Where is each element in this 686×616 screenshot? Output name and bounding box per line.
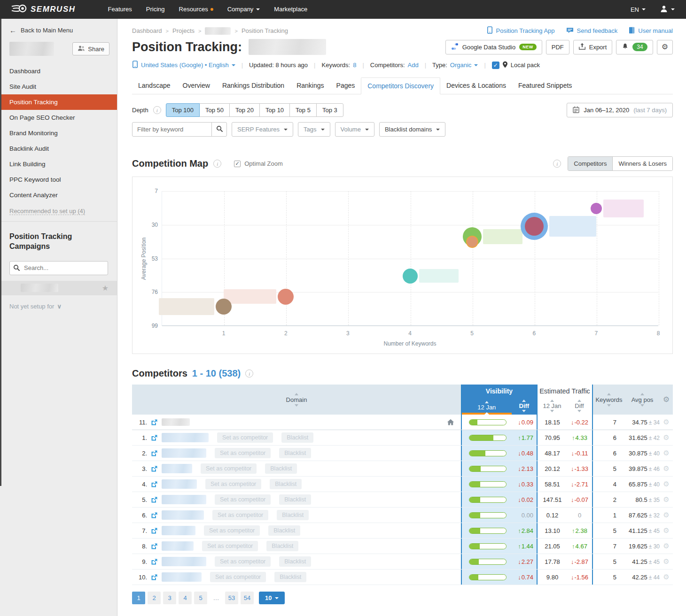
- breadcrumb-item[interactable]: Projects: [172, 27, 195, 34]
- location-selector[interactable]: United States (Google) • English: [132, 61, 235, 69]
- row-settings-button[interactable]: ⚙: [660, 434, 673, 441]
- top-nav-item-marketplace[interactable]: Marketplace: [267, 0, 314, 19]
- tab-landscape[interactable]: Landscape: [132, 77, 177, 94]
- set-as-competitor-button[interactable]: Set as competitor: [215, 556, 271, 567]
- optimal-zoom-toggle[interactable]: ✓ Optimal Zoom: [234, 160, 283, 167]
- back-to-main-menu[interactable]: ← Back to Main Menu: [0, 19, 117, 38]
- row-settings-button[interactable]: ⚙: [660, 527, 673, 534]
- set-as-competitor-button[interactable]: Set as competitor: [212, 510, 268, 520]
- campaign-list-item[interactable]: ★: [0, 281, 117, 295]
- sidebar-item-content-analyzer[interactable]: Content Analyzer: [0, 187, 117, 203]
- tab-rankings-distribution[interactable]: Rankings Distribution: [216, 77, 290, 94]
- blacklist-button[interactable]: Blacklist: [279, 556, 311, 567]
- filter-dropdown-blacklist-domains[interactable]: Blacklist domains: [379, 122, 445, 137]
- top-nav-item-company[interactable]: Company: [220, 0, 267, 19]
- depth-option-top-3[interactable]: Top 3: [316, 103, 343, 117]
- sidebar-item-position-tracking[interactable]: Position Tracking: [0, 94, 117, 110]
- blacklist-button[interactable]: Blacklist: [274, 572, 306, 582]
- row-settings-button[interactable]: ⚙: [660, 449, 673, 457]
- pagination-page-4[interactable]: 4: [179, 592, 192, 604]
- row-settings-button[interactable]: ⚙: [660, 418, 673, 426]
- sidebar-item-brand-monitoring[interactable]: Brand Monitoring: [0, 125, 117, 141]
- keywords-value-link[interactable]: 8: [353, 62, 356, 69]
- set-as-competitor-button[interactable]: Set as competitor: [210, 572, 266, 582]
- map-toggle-winners-losers[interactable]: Winners & Losers: [613, 157, 672, 170]
- blacklist-button[interactable]: Blacklist: [281, 432, 313, 443]
- filter-dropdown-volume[interactable]: Volume: [335, 122, 374, 137]
- set-as-competitor-button[interactable]: Set as competitor: [201, 463, 257, 474]
- semrush-logo[interactable]: SEMRUSH: [11, 3, 76, 16]
- recommended-link[interactable]: Recommended to set up (4): [0, 203, 117, 221]
- column-header-domain[interactable]: Domain: [132, 385, 461, 415]
- top-nav-item-pricing[interactable]: Pricing: [139, 0, 172, 19]
- external-link-icon[interactable]: [151, 543, 158, 550]
- pagination-page-2[interactable]: 2: [148, 592, 161, 604]
- table-settings-button[interactable]: ⚙: [660, 385, 673, 415]
- row-settings-button[interactable]: ⚙: [660, 465, 673, 472]
- sidebar-item-link-building[interactable]: Link Building: [0, 156, 117, 172]
- pagination-page-54[interactable]: 54: [241, 592, 254, 604]
- row-settings-button[interactable]: ⚙: [660, 573, 673, 581]
- external-link-icon[interactable]: [151, 496, 158, 503]
- blacklist-button[interactable]: Blacklist: [265, 463, 297, 474]
- sidebar-item-on-page-seo-checker[interactable]: On Page SEO Checker: [0, 110, 117, 125]
- blacklist-button[interactable]: Blacklist: [268, 525, 300, 536]
- blacklist-button[interactable]: Blacklist: [279, 494, 311, 505]
- pagination-page-5[interactable]: 5: [194, 592, 207, 604]
- row-settings-button[interactable]: ⚙: [660, 511, 673, 519]
- sidebar-item-site-audit[interactable]: Site Audit: [0, 79, 117, 94]
- blacklist-button[interactable]: Blacklist: [266, 541, 298, 551]
- type-selector[interactable]: Type: Organic: [432, 62, 478, 69]
- top-nav-item-resources[interactable]: Resources: [172, 0, 220, 19]
- filter-dropdown-serp-features[interactable]: SERP Features: [232, 122, 293, 137]
- pagination-page-3[interactable]: 3: [163, 592, 176, 604]
- depth-option-top-5[interactable]: Top 5: [289, 103, 317, 117]
- local-pack-checkbox[interactable]: ✓: [492, 62, 499, 69]
- filter-dropdown-tags[interactable]: Tags: [298, 122, 330, 137]
- not-setup-row[interactable]: Not yet setup for ∨: [0, 295, 117, 317]
- breadcrumb-item[interactable]: Dashboard: [132, 27, 162, 34]
- header-link-send-feedback[interactable]: Send feedback: [566, 26, 618, 35]
- set-as-competitor-button[interactable]: Set as competitor: [205, 479, 261, 489]
- notifications-button[interactable]: 34: [616, 40, 653, 54]
- keyword-filter-input[interactable]: [132, 122, 212, 137]
- depth-option-top-50[interactable]: Top 50: [199, 103, 230, 117]
- sidebar-item-backlink-audit[interactable]: Backlink Audit: [0, 141, 117, 156]
- share-button[interactable]: Share: [72, 42, 109, 55]
- google-data-studio-button[interactable]: Google Data Studio NEW: [445, 40, 542, 54]
- user-menu[interactable]: [660, 5, 675, 15]
- competitor-bubble[interactable]: [466, 236, 478, 248]
- header-link-position-tracking-app[interactable]: Position Tracking App: [487, 26, 555, 35]
- language-selector[interactable]: EN: [631, 6, 646, 13]
- external-link-icon[interactable]: [151, 465, 158, 472]
- optimal-zoom-checkbox[interactable]: ✓: [234, 161, 241, 167]
- sidebar-item-ppc-keyword-tool[interactable]: PPC Keyword tool: [0, 172, 117, 187]
- info-icon[interactable]: i: [245, 370, 253, 377]
- sidebar-item-dashboard[interactable]: Dashboard: [0, 63, 117, 79]
- competitor-bubble[interactable]: [278, 289, 294, 305]
- tab-competitors-discovery[interactable]: Competitors Discovery: [361, 77, 440, 94]
- column-header-traffic-diff[interactable]: Diff: [567, 397, 592, 415]
- external-link-icon[interactable]: [151, 512, 158, 519]
- date-range-picker[interactable]: Jan 06–12, 2020 (last 7 days): [567, 103, 673, 117]
- page-size-selector[interactable]: 10: [259, 592, 285, 604]
- tab-overview[interactable]: Overview: [177, 77, 216, 94]
- keyword-filter-search-button[interactable]: [211, 122, 227, 137]
- info-icon[interactable]: i: [213, 160, 221, 168]
- set-as-competitor-button[interactable]: Set as competitor: [217, 432, 273, 443]
- tab-pages[interactable]: Pages: [330, 77, 361, 94]
- column-header-avgpos[interactable]: Avg pos: [625, 385, 660, 415]
- add-competitors-link[interactable]: Add: [408, 62, 419, 69]
- campaign-search-input[interactable]: [9, 261, 108, 275]
- tab-featured-snippets[interactable]: Featured Snippets: [512, 77, 578, 94]
- pdf-button[interactable]: PDF: [546, 40, 569, 54]
- external-link-icon[interactable]: [151, 434, 158, 441]
- depth-option-top-10[interactable]: Top 10: [259, 103, 290, 117]
- set-as-competitor-button[interactable]: Set as competitor: [215, 448, 271, 458]
- depth-option-top-100[interactable]: Top 100: [166, 103, 200, 117]
- external-link-icon[interactable]: [151, 558, 158, 565]
- external-link-icon[interactable]: [151, 527, 158, 534]
- set-as-competitor-button[interactable]: Set as competitor: [204, 525, 260, 536]
- external-link-icon[interactable]: [151, 450, 158, 457]
- column-header-visibility-date[interactable]: 12 Jan: [462, 397, 512, 415]
